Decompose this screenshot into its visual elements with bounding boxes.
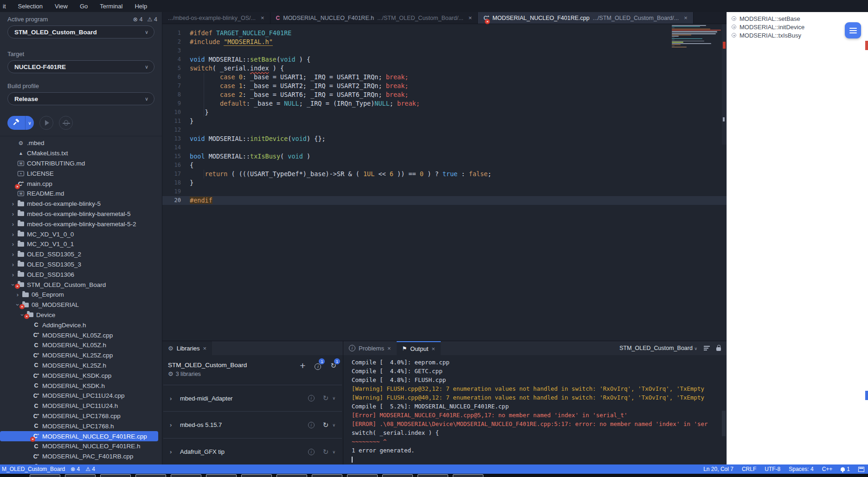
tree-item-MODSERIAL_LPC11U24.h[interactable]: CMODSERIAL_LPC11U24.h bbox=[0, 401, 162, 411]
chevron-collapsed-icon[interactable]: › bbox=[9, 221, 17, 228]
close-icon[interactable]: × bbox=[203, 345, 207, 352]
chevron-collapsed-icon[interactable]: › bbox=[9, 261, 17, 268]
taskbar-window-button[interactable] bbox=[276, 474, 307, 477]
library-row-Adafruit_GFX tip[interactable]: ›Adafruit_GFX tipi↻∨ bbox=[163, 439, 342, 464]
output-scrollbar[interactable] bbox=[722, 411, 726, 436]
tree-item-MODSERIAL_NUCLEO_F401RE.h[interactable]: CMODSERIAL_NUCLEO_F401RE.h bbox=[0, 441, 162, 452]
status-spaces-4[interactable]: Spaces: 4 bbox=[789, 466, 813, 472]
editor-tab-MODSERIAL_NUCLEO_F401RE.cpp[interactable]: C+×MODSERIAL_NUCLEO_F401RE.cpp.../STM_OL… bbox=[478, 12, 694, 24]
lock-scroll-icon[interactable] bbox=[716, 347, 721, 351]
menu-item-it[interactable]: it bbox=[3, 3, 6, 10]
statusbar-warnings[interactable]: ⚠ 4 bbox=[85, 466, 95, 472]
chevron-collapsed-icon[interactable]: › bbox=[9, 241, 17, 248]
chevron-collapsed-icon[interactable]: › bbox=[170, 395, 180, 402]
chevron-collapsed-icon[interactable]: › bbox=[9, 210, 17, 217]
target-select[interactable]: NUCLEO-F401RE∨ bbox=[7, 60, 154, 73]
library-row-mbed-os 5.15.7[interactable]: ›mbed-os 5.15.7i↻∨ bbox=[163, 412, 342, 439]
chevron-collapsed-icon[interactable]: › bbox=[9, 200, 17, 207]
filter-icon[interactable] bbox=[704, 346, 710, 350]
library-row-mbed-midi_Adapter[interactable]: ›mbed-midi_Adapteri↻∨ bbox=[163, 385, 342, 412]
close-icon[interactable]: × bbox=[261, 14, 264, 21]
close-icon[interactable]: × bbox=[387, 345, 391, 352]
chevron-collapsed-icon[interactable]: › bbox=[9, 271, 17, 278]
editor-tab-MODSERIAL_NUCLEO_F401RE.h[interactable]: CMODSERIAL_NUCLEO_F401RE.h.../STM_OLED_C… bbox=[270, 12, 478, 24]
info-icon[interactable]: i bbox=[308, 422, 315, 428]
run-button[interactable] bbox=[39, 116, 53, 130]
editor-scrollbar[interactable] bbox=[722, 24, 727, 341]
statusbar-program[interactable]: M_OLED_Custom_Board bbox=[2, 466, 65, 472]
taskbar-window-button[interactable] bbox=[241, 474, 272, 477]
tree-item-mbed-os-example-blinky-baremetal-5[interactable]: ›mbed-os-example-blinky-baremetal-5 bbox=[0, 209, 162, 219]
layout-icon[interactable] bbox=[858, 467, 864, 472]
tab-problems[interactable]: i Problems × bbox=[343, 341, 397, 355]
code-editor[interactable]: 1#ifdef TARGET_NUCLEO_F401RE2#include "M… bbox=[162, 24, 727, 341]
tree-item-mbed-os-example-blinky-5[interactable]: ›mbed-os-example-blinky-5 bbox=[0, 199, 162, 209]
tree-item-CMakeLists.txt[interactable]: ▲CMakeLists.txt bbox=[0, 148, 162, 159]
tree-item-mbed-os-example-blinky-baremetal-5-2[interactable]: ›mbed-os-example-blinky-baremetal-5-2 bbox=[0, 219, 162, 229]
tree-item-06_Eeprom[interactable]: ›06_Eeprom bbox=[0, 290, 162, 300]
libraries-info-button[interactable]: i 1 bbox=[315, 362, 321, 370]
tree-item-MODSERIAL_KSDK.h[interactable]: CMODSERIAL_KSDK.h bbox=[0, 381, 162, 391]
minimap[interactable] bbox=[672, 25, 721, 48]
menu-item-selection[interactable]: Selection bbox=[18, 3, 43, 10]
tree-item-MODSERIAL_KL05Z.cpp[interactable]: C+MODSERIAL_KL05Z.cpp bbox=[0, 330, 162, 340]
taskbar-window-button[interactable] bbox=[100, 474, 131, 477]
chevron-collapsed-icon[interactable]: › bbox=[170, 421, 180, 428]
taskbar-window-button[interactable] bbox=[171, 474, 201, 477]
tree-item-OLED_SSD1305_2[interactable]: ›OLED_SSD1305_2 bbox=[0, 249, 162, 260]
info-icon[interactable]: i bbox=[308, 395, 315, 401]
debug-button[interactable] bbox=[59, 116, 73, 130]
close-icon[interactable]: × bbox=[684, 14, 688, 21]
status-ln-20-col-7[interactable]: Ln 20, Col 7 bbox=[703, 466, 733, 472]
sync-icon[interactable]: ↻ bbox=[323, 421, 329, 429]
chevron-collapsed-icon[interactable]: › bbox=[14, 291, 21, 298]
taskbar-window-button[interactable] bbox=[418, 474, 448, 477]
chevron-down-icon[interactable]: ∨ bbox=[332, 396, 335, 401]
output-log[interactable]: Compile [ 4.0%]: eeprom.cppCompile [ 4.4… bbox=[343, 355, 727, 464]
tree-item-MC_XD_V1_0_1[interactable]: ›MC_XD_V1_0_1 bbox=[0, 239, 162, 249]
tree-item-OLED_SSD1306[interactable]: ›OLED_SSD1306 bbox=[0, 269, 162, 280]
add-library-button[interactable]: + bbox=[300, 362, 305, 369]
taskbar-window-button[interactable] bbox=[453, 474, 483, 477]
tree-item-Device[interactable]: ›×Device bbox=[0, 310, 162, 320]
menu-item-view[interactable]: View bbox=[55, 3, 68, 10]
close-icon[interactable]: × bbox=[469, 14, 472, 21]
taskbar-window-button[interactable] bbox=[347, 474, 378, 477]
chevron-collapsed-icon[interactable]: › bbox=[9, 231, 17, 238]
tab-output[interactable]: ⚑ Output × bbox=[397, 341, 441, 355]
tree-item-MC_XD_V1_0_0[interactable]: ›MC_XD_V1_0_0 bbox=[0, 229, 162, 239]
status-utf-8[interactable]: UTF-8 bbox=[765, 466, 780, 472]
output-scope-select[interactable]: STM_OLED_Custom_Board ∨ bbox=[619, 345, 697, 351]
close-icon[interactable]: × bbox=[431, 345, 435, 352]
taskbar-window-button[interactable] bbox=[312, 474, 342, 477]
tree-item-08_MODSERIAL[interactable]: ›×08_MODSERIAL bbox=[0, 300, 162, 310]
tree-item-README.md[interactable]: MREADME.md bbox=[0, 189, 162, 199]
tree-item-MODSERIAL_LPC1768.cpp[interactable]: C+MODSERIAL_LPC1768.cpp bbox=[0, 411, 162, 421]
tree-item-MODSERIAL_LPC11U24.cpp[interactable]: C+MODSERIAL_LPC11U24.cpp bbox=[0, 391, 162, 401]
libraries-sync-button[interactable]: ↻ 1 bbox=[330, 362, 336, 370]
taskbar-window-button[interactable] bbox=[65, 474, 96, 477]
sync-icon[interactable]: ↻ bbox=[323, 448, 329, 456]
tree-item-.mbed[interactable]: ⚙.mbed bbox=[0, 138, 162, 148]
chevron-down-icon[interactable]: ∨ bbox=[332, 423, 335, 427]
tree-item-MODSERIAL_KSDK.cpp[interactable]: C+MODSERIAL_KSDK.cpp bbox=[0, 370, 162, 381]
build-options-chevron[interactable]: ∨ bbox=[25, 116, 34, 130]
tree-item-MODSERIAL_KL25Z.cpp[interactable]: C+MODSERIAL_KL25Z.cpp bbox=[0, 350, 162, 361]
tree-item-STM_OLED_Custom_Board[interactable]: ›×STM_OLED_Custom_Board bbox=[0, 280, 162, 290]
tree-item-MODSERIAL_PAC_F401RB.cpp[interactable]: C+MODSERIAL_PAC_F401RB.cpp bbox=[0, 452, 162, 462]
status-c++[interactable]: C++ bbox=[822, 466, 833, 472]
menu-item-terminal[interactable]: Terminal bbox=[100, 3, 122, 10]
notifications-bell[interactable]: 1 bbox=[841, 466, 850, 472]
tree-item-OLED_SSD1305_3[interactable]: ›OLED_SSD1305_3 bbox=[0, 260, 162, 270]
chevron-down-icon[interactable]: ∨ bbox=[332, 450, 335, 454]
tree-item-LICENSE[interactable]: ≡LICENSE bbox=[0, 168, 162, 178]
sidebar-error-count[interactable]: ⊗ 4 bbox=[133, 16, 142, 23]
status-crlf[interactable]: CRLF bbox=[742, 466, 756, 472]
tree-item-AddingDevice.h[interactable]: CAddingDevice.h bbox=[0, 320, 162, 330]
build-button[interactable]: ∨ bbox=[7, 116, 34, 130]
tree-item-CONTRIBUTING.md[interactable]: MCONTRIBUTING.md bbox=[0, 159, 162, 169]
info-icon[interactable]: i bbox=[308, 449, 315, 455]
outline-item-MODSERIAL::setBase[interactable]: MODSERIAL::setBase bbox=[727, 14, 868, 23]
menu-fab-button[interactable] bbox=[845, 22, 861, 38]
tree-item-main.cpp[interactable]: C+×main.cpp bbox=[0, 178, 162, 189]
